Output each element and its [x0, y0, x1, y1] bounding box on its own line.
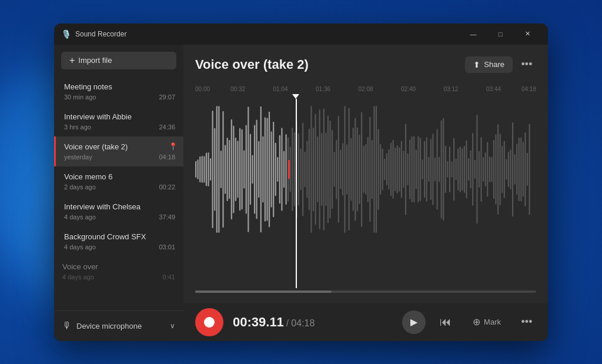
play-button[interactable]: ▶	[402, 310, 426, 334]
svg-rect-132	[472, 132, 473, 205]
microphone-icon: 🎙	[62, 320, 72, 331]
svg-rect-91	[386, 153, 387, 185]
svg-rect-104	[413, 136, 414, 202]
svg-rect-124	[456, 158, 457, 179]
skip-back-button[interactable]: ⏮	[435, 312, 456, 333]
svg-rect-46	[292, 128, 293, 211]
svg-rect-9	[214, 128, 215, 211]
svg-rect-110	[426, 137, 427, 202]
waveform-container[interactable]: 00:00 00:32 01:04 01:36 02:08 02:40 03:1…	[183, 80, 548, 303]
list-item[interactable]: Meeting notes 30 min ago 29:07	[54, 76, 183, 106]
recording-age: 4 days ago	[62, 273, 94, 280]
svg-rect-56	[313, 128, 314, 211]
list-item[interactable]: Voice memo 6 2 days ago 00:22	[54, 166, 183, 196]
ellipsis-icon: •••	[521, 58, 533, 71]
svg-rect-65	[332, 129, 333, 208]
svg-rect-87	[378, 128, 379, 209]
svg-rect-151	[512, 122, 513, 216]
svg-rect-148	[506, 159, 507, 179]
svg-rect-23	[243, 150, 245, 188]
mark-button[interactable]: ⊕ Mark	[466, 313, 508, 331]
share-icon: ⬆	[473, 60, 480, 69]
svg-rect-25	[248, 106, 249, 232]
mark-icon: ⊕	[473, 316, 480, 328]
svg-rect-139	[487, 142, 488, 196]
svg-rect-6	[208, 152, 209, 186]
svg-rect-59	[319, 109, 320, 229]
list-item[interactable]: Interview with Abbie 3 hrs ago 24:36	[54, 106, 183, 136]
svg-rect-145	[500, 133, 501, 205]
record-button[interactable]	[195, 308, 223, 336]
svg-rect-75	[353, 128, 354, 211]
svg-rect-100	[405, 123, 406, 215]
svg-rect-112	[430, 138, 432, 200]
svg-rect-125	[457, 148, 459, 190]
timeline-label: 03:44	[486, 86, 501, 92]
svg-rect-24	[246, 125, 247, 213]
waveform-area[interactable]	[183, 99, 548, 288]
timeline-label: 04:18	[521, 86, 536, 92]
list-item[interactable]: Background Crowd SFX 4 days ago 03:01	[54, 226, 183, 256]
timeline-label: 01:04	[273, 86, 287, 92]
list-item-partial[interactable]: Voice over 4 days ago 0:41	[54, 256, 183, 286]
svg-rect-2	[199, 156, 200, 182]
app-title: Sound Recorder	[75, 30, 460, 38]
controls-more-button[interactable]: •••	[517, 313, 536, 332]
svg-rect-50	[300, 148, 301, 190]
svg-rect-116	[439, 156, 440, 182]
svg-rect-90	[384, 158, 385, 179]
svg-rect-136	[480, 136, 481, 201]
recording-header: Voice over (take 2) ⬆ Share •••	[183, 45, 548, 80]
svg-rect-54	[309, 128, 310, 210]
svg-rect-70	[342, 143, 343, 196]
scroll-thumb[interactable]	[195, 290, 332, 293]
svg-rect-31	[260, 106, 262, 232]
recording-duration: 04:18	[159, 153, 175, 161]
close-button[interactable]: ✕	[514, 25, 541, 44]
scroll-track[interactable]	[195, 290, 536, 293]
svg-rect-76	[354, 118, 356, 221]
svg-rect-28	[254, 125, 255, 213]
svg-rect-1	[198, 159, 199, 179]
svg-rect-55	[310, 106, 312, 233]
recording-name: Voice over (take 2)	[64, 142, 175, 151]
minimize-button[interactable]: —	[460, 25, 487, 44]
svg-rect-27	[252, 155, 253, 183]
list-item-active[interactable]: Voice over (take 2) 📍 yesterday 04:18	[54, 136, 183, 166]
svg-rect-72	[346, 144, 347, 195]
chevron-down-icon: ∨	[170, 322, 175, 330]
svg-rect-66	[334, 152, 335, 187]
share-button[interactable]: ⬆ Share	[465, 56, 513, 73]
pin-icon: 📍	[169, 142, 178, 151]
svg-rect-121	[449, 146, 450, 192]
svg-rect-5	[206, 152, 207, 186]
svg-rect-108	[422, 159, 423, 179]
svg-rect-17	[231, 119, 232, 219]
svg-rect-30	[258, 141, 259, 198]
mark-label: Mark	[484, 318, 501, 326]
import-button[interactable]: + Import file	[61, 52, 176, 69]
svg-rect-89	[382, 148, 383, 190]
svg-rect-150	[510, 149, 511, 189]
svg-rect-99	[403, 151, 404, 188]
svg-rect-94	[393, 139, 394, 198]
record-icon	[204, 317, 215, 328]
list-item[interactable]: Interview with Chelsea 4 days ago 37:49	[54, 196, 183, 226]
svg-rect-159	[529, 123, 530, 215]
svg-rect-97	[399, 147, 400, 192]
svg-rect-78	[359, 134, 360, 203]
time-separator: /	[286, 318, 289, 329]
svg-rect-34	[266, 118, 267, 221]
recording-name: Interview with Abbie	[64, 112, 175, 121]
svg-rect-98	[401, 141, 402, 198]
microphone-selector[interactable]: 🎙 Device microphone ∨	[54, 310, 183, 341]
more-icon: •••	[521, 316, 533, 328]
svg-rect-141	[491, 156, 492, 182]
svg-rect-95	[394, 147, 396, 191]
svg-rect-156	[523, 142, 524, 196]
maximize-button[interactable]: □	[487, 25, 514, 44]
scrollbar-area[interactable]	[183, 288, 548, 298]
more-options-button[interactable]: •••	[517, 55, 536, 74]
svg-rect-85	[373, 106, 374, 233]
svg-rect-96	[397, 145, 398, 193]
